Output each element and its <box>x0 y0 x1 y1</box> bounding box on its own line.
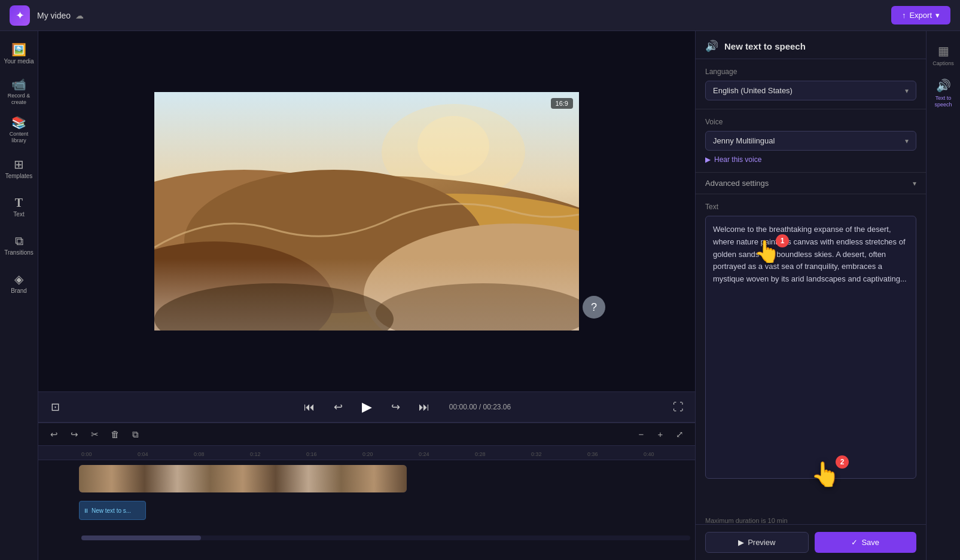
fit-view-button[interactable]: ⤢ <box>671 426 688 443</box>
sidebar-item-record-create[interactable]: 📹 Record &create <box>2 74 36 110</box>
timeline-scroll-thumb[interactable] <box>81 535 201 540</box>
redo-button[interactable]: ↪ <box>66 426 83 443</box>
save-button[interactable]: ✓ Save <box>815 532 917 553</box>
right-panel: 🔊 New text to speech Language English (U… <box>695 31 926 560</box>
left-sidebar: 🖼️ Your media 📹 Record &create 📚 Content… <box>0 31 38 560</box>
forward-button[interactable]: ↪ <box>386 397 405 417</box>
language-section: Language English (United States) ▾ <box>696 59 926 109</box>
zoom-in-button[interactable]: + <box>652 426 669 443</box>
ruler-mark: 0:32 <box>531 451 587 457</box>
playback-controls: ⊡ ⏮ ↩ ▶ ↪ ⏭ ⛶ 00:00.00 / 00:23.06 <box>38 391 695 423</box>
templates-icon: ⊞ <box>14 158 24 170</box>
panel-header: 🔊 New text to speech <box>696 31 926 59</box>
preview-button[interactable]: ▶ Preview <box>705 532 809 553</box>
hear-voice-button[interactable]: ▶ Hear this voice <box>705 155 761 164</box>
aspect-ratio-badge: 16:9 <box>551 98 573 109</box>
app-logo: ✦ <box>10 5 30 26</box>
advanced-settings-arrow: ▾ <box>913 179 916 188</box>
ruler-mark: 0:36 <box>587 451 644 457</box>
svg-point-2 <box>417 116 489 176</box>
language-dropdown[interactable]: English (United States) ▾ <box>705 81 916 100</box>
panel-actions: ▶ Preview ✓ Save <box>696 524 926 560</box>
timeline-toolbar: ↩ ↪ ✂ 🗑 ⧉ − + ⤢ <box>38 423 695 446</box>
text-icon: T <box>15 197 23 209</box>
save-check-icon: ✓ <box>851 538 858 547</box>
title-edit-icon[interactable]: ☁ <box>75 11 84 20</box>
video-title[interactable]: My video <box>37 11 71 20</box>
delete-button[interactable]: 🗑 <box>106 426 123 443</box>
record-icon: 📹 <box>11 78 26 90</box>
ruler-mark: 0:00 <box>81 451 138 457</box>
voice-dropdown[interactable]: Jenny Multilingual ▾ <box>705 131 916 151</box>
undo-button[interactable]: ↩ <box>45 426 62 443</box>
ruler-mark: 0:40 <box>644 451 695 457</box>
play-circle-icon: ▶ <box>705 155 711 164</box>
play-button[interactable]: ▶ <box>357 397 376 417</box>
left-controls: ⊡ <box>38 397 65 417</box>
advanced-settings-row[interactable]: Advanced settings ▾ <box>696 173 926 194</box>
ruler-marks: 0:00 0:04 0:08 0:12 0:16 0:20 0:24 0:28 … <box>81 451 690 457</box>
preview-play-icon: ▶ <box>738 538 744 547</box>
voice-section: Voice Jenny Multilingual ▾ ▶ Hear this v… <box>696 109 926 173</box>
tts-track-item[interactable]: ⏸ New text to s... <box>79 501 146 520</box>
language-dropdown-arrow: ▾ <box>905 87 909 95</box>
sidebar-item-content-library[interactable]: 📚 Contentlibrary <box>2 112 36 148</box>
crop-button[interactable]: ⊡ <box>45 397 65 417</box>
sidebar-item-transitions[interactable]: ⧉ Transitions <box>2 227 36 263</box>
ruler-mark: 0:12 <box>250 451 306 457</box>
zoom-out-button[interactable]: − <box>633 426 650 443</box>
cut-button[interactable]: ✂ <box>86 426 103 443</box>
main-layout: 🖼️ Your media 📹 Record &create 📚 Content… <box>0 31 960 560</box>
skip-forward-button[interactable]: ⏭ <box>415 397 434 417</box>
tts-text-input[interactable] <box>705 216 916 479</box>
video-preview: 16:9 ? <box>38 31 695 391</box>
media-icon: 🖼️ <box>11 44 26 56</box>
library-icon: 📚 <box>11 117 26 128</box>
voice-dropdown-arrow: ▾ <box>905 137 909 145</box>
duplicate-button[interactable]: ⧉ <box>127 426 144 443</box>
advanced-settings-label: Advanced settings <box>705 179 769 188</box>
panel-title: New text to speech <box>724 41 806 51</box>
help-button[interactable]: ? <box>583 296 605 319</box>
transitions-icon: ⧉ <box>15 235 23 247</box>
export-dropdown-icon: ▾ <box>935 11 940 20</box>
sidebar-item-your-media[interactable]: 🖼️ Your media <box>2 36 36 72</box>
sidebar-item-templates[interactable]: ⊞ Templates <box>2 151 36 186</box>
tts-sidebar-icon: 🔊 <box>936 78 951 93</box>
ruler-mark: 0:04 <box>138 451 194 457</box>
video-track-content[interactable] <box>79 465 695 497</box>
timeline-scrollbar[interactable] <box>81 535 690 540</box>
text-section: Text <box>696 194 926 512</box>
tts-track-text: New text to s... <box>92 507 131 514</box>
sidebar-item-brand[interactable]: ◈ Brand <box>2 265 36 301</box>
rewind-button[interactable]: ↩ <box>328 397 348 417</box>
center-area: 16:9 ? ⊡ ⏮ ↩ ▶ ↪ ⏭ ⛶ 00:00.00 / 00:23.06… <box>38 31 695 560</box>
text-section-label: Text <box>705 203 916 211</box>
max-duration-note: Maximum duration is 10 min <box>696 517 926 524</box>
captions-sidebar-item[interactable]: ▦ Captions <box>927 36 960 74</box>
export-button[interactable]: ↑ Export ▾ <box>891 6 950 25</box>
time-display: 00:00.00 / 00:23.06 <box>449 403 511 411</box>
timeline-area: ↩ ↪ ✂ 🗑 ⧉ − + ⤢ 0:00 0:04 0:08 0:12 0:16 <box>38 423 695 560</box>
tts-track-content: ⏸ New text to s... <box>79 501 695 525</box>
skip-back-button[interactable]: ⏮ <box>300 397 319 417</box>
brand-icon: ◈ <box>14 273 23 285</box>
timeline-tracks: ⏸ New text to s... <box>38 460 695 533</box>
text-to-speech-sidebar-item[interactable]: 🔊 Text tospeech <box>927 74 960 112</box>
sidebar-item-text[interactable]: T Text <box>2 189 36 225</box>
captions-icon: ▦ <box>938 44 949 58</box>
tts-pause-icon: ⏸ <box>83 507 89 514</box>
ruler-mark: 0:16 <box>306 451 362 457</box>
ruler-mark: 0:08 <box>194 451 250 457</box>
video-track[interactable] <box>79 465 407 492</box>
export-icon: ↑ <box>902 11 906 20</box>
right-controls: ⛶ <box>669 397 695 417</box>
video-track-row <box>38 465 695 497</box>
tts-track-row: ⏸ New text to s... <box>38 501 695 525</box>
top-bar: ✦ My video ☁ ↑ Export ▾ <box>0 0 960 31</box>
right-sidebar: ▦ Captions 🔊 Text tospeech <box>926 31 960 560</box>
ruler-mark: 0:20 <box>362 451 419 457</box>
ruler-mark: 0:28 <box>475 451 531 457</box>
timeline-ruler: 0:00 0:04 0:08 0:12 0:16 0:20 0:24 0:28 … <box>38 446 695 460</box>
fullscreen-button[interactable]: ⛶ <box>669 397 688 417</box>
